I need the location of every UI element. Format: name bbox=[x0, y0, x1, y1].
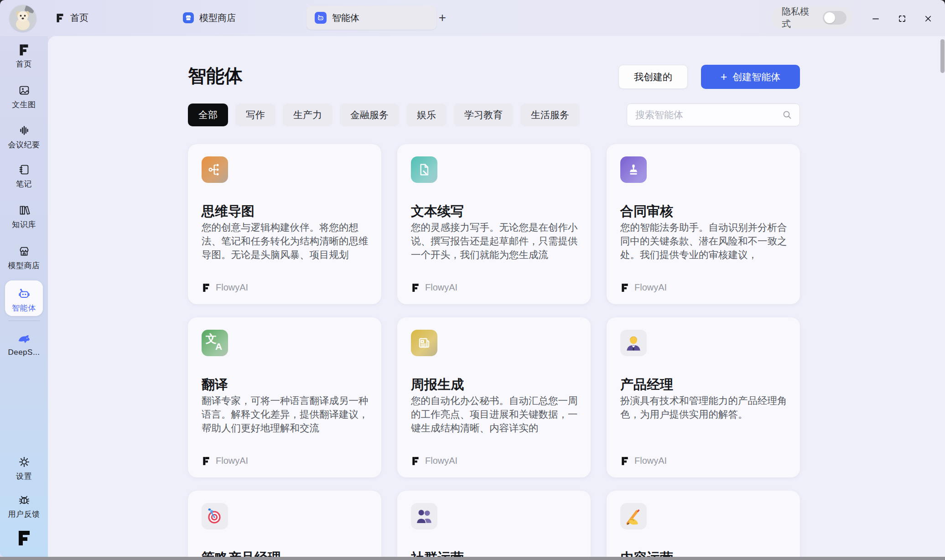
toggle-knob bbox=[824, 12, 835, 23]
sidebar-item-settings[interactable]: 设置 bbox=[0, 455, 48, 482]
category-all[interactable]: 全部 bbox=[188, 104, 228, 126]
category-education[interactable]: 学习教育 bbox=[454, 104, 513, 126]
category-entertainment[interactable]: 娱乐 bbox=[406, 104, 447, 126]
tab-home[interactable]: 首页 bbox=[47, 6, 97, 30]
page-title: 智能体 bbox=[188, 63, 243, 88]
new-tab-button[interactable]: + bbox=[432, 6, 452, 30]
flowyai-logo-icon bbox=[620, 283, 629, 292]
agent-card-translate[interactable]: 文 A 翻译 翻译专家，可将一种语言翻译成另一种语言。解释文化差异，提供翻译建议… bbox=[188, 317, 381, 477]
agent-card-desc: 扮演具有技术和管理能力的产品经理角色，为用户提供实用的解答。 bbox=[620, 394, 787, 421]
agent-card-footer: FlowyAI bbox=[620, 456, 667, 466]
agent-card-desc: 您的灵感接力写手。无论您是在创作小说、撰写报告还是起草邮件，只需提供一个开头，我… bbox=[411, 221, 578, 262]
sidebar-item-label: 智能体 bbox=[0, 303, 48, 313]
sidebar-item-model-store[interactable]: 模型商店 bbox=[0, 244, 48, 271]
close-icon bbox=[924, 13, 932, 24]
agent-card-title: 思维导图 bbox=[202, 202, 254, 221]
stamp-icon bbox=[620, 156, 647, 183]
agent-card-title: 文本续写 bbox=[411, 202, 464, 221]
sidebar-item-label: 文生图 bbox=[0, 99, 48, 110]
agent-card-content-ops[interactable]: 内容运营 FlowyAI bbox=[607, 491, 800, 560]
category-productivity[interactable]: 生产力 bbox=[283, 104, 332, 126]
flowyai-logo-icon bbox=[202, 456, 211, 466]
sidebar-item-text-to-image[interactable]: 文生图 bbox=[0, 83, 48, 110]
user-avatar[interactable] bbox=[10, 5, 36, 31]
translate-icon-latin: A bbox=[215, 342, 222, 351]
bug-icon bbox=[0, 493, 48, 507]
flowyai-logo-icon bbox=[202, 283, 211, 292]
sidebar-item-home[interactable]: 首页 bbox=[0, 42, 48, 69]
mindmap-icon bbox=[202, 156, 228, 183]
agent-card-footer: FlowyAI bbox=[620, 282, 667, 293]
sidebar-item-feedback[interactable]: 用户反馈 bbox=[0, 493, 48, 519]
tab-label: 首页 bbox=[70, 12, 88, 24]
books-icon bbox=[0, 203, 48, 218]
agent-card-footer: FlowyAI bbox=[202, 456, 248, 466]
agent-card-footer: FlowyAI bbox=[202, 282, 248, 293]
store-icon bbox=[183, 12, 194, 23]
sidebar-item-label: 知识库 bbox=[0, 219, 48, 230]
my-created-button[interactable]: 我创建的 bbox=[618, 65, 688, 89]
agent-card-grid: 思维导图 您的创意与逻辑构建伙伴。将您的想法、笔记和任务转化为结构清晰的思维导图… bbox=[188, 144, 800, 560]
publisher-label: FlowyAI bbox=[216, 456, 248, 466]
sidebar-item-agents[interactable]: 智能体 bbox=[0, 286, 48, 313]
tab-label: 模型商店 bbox=[199, 12, 236, 24]
publisher-label: FlowyAI bbox=[425, 456, 457, 466]
agent-card-title: 合同审核 bbox=[620, 202, 673, 221]
agent-card-footer: FlowyAI bbox=[411, 456, 457, 466]
agent-card-strategy-pm[interactable]: 策略产品经理 FlowyAI bbox=[188, 491, 381, 560]
close-button[interactable] bbox=[921, 12, 935, 26]
publisher-label: FlowyAI bbox=[634, 282, 667, 293]
tab-agents[interactable]: 智能体 bbox=[306, 6, 436, 30]
sidebar: 首页 文生图 会议纪要 笔记 bbox=[0, 36, 48, 557]
tab-label: 智能体 bbox=[332, 12, 359, 24]
sidebar-item-label: DeepS... bbox=[0, 348, 48, 357]
minimize-icon bbox=[872, 13, 880, 24]
agent-card-title: 周报生成 bbox=[411, 376, 464, 394]
sidebar-item-knowledge-base[interactable]: 知识库 bbox=[0, 203, 48, 230]
agent-card-product-manager[interactable]: 产品经理 扮演具有技术和管理能力的产品经理角色，为用户提供实用的解答。 Flow… bbox=[607, 317, 800, 477]
agent-card-desc: 您的自动化办公秘书。自动汇总您一周的工作亮点、项目进展和关键数据，一键生成结构清… bbox=[411, 394, 578, 435]
agent-card-text-continue[interactable]: 文本续写 您的灵感接力写手。无论您是在创作小说、撰写报告还是起草邮件，只需提供一… bbox=[397, 144, 591, 304]
main-content: 智能体 我创建的 + 创建智能体 全部 写作 生产力 金融服务 娱乐 学习教育 … bbox=[48, 36, 945, 560]
vertical-scrollbar-thumb[interactable] bbox=[940, 39, 945, 73]
category-writing[interactable]: 写作 bbox=[235, 104, 275, 126]
flowy-logo-icon bbox=[0, 42, 48, 57]
create-agent-button[interactable]: + 创建智能体 bbox=[701, 65, 800, 89]
publisher-label: FlowyAI bbox=[634, 456, 667, 466]
search-box bbox=[627, 104, 800, 126]
people-icon bbox=[411, 503, 437, 529]
category-filter-bar: 全部 写作 生产力 金融服务 娱乐 学习教育 生活服务 bbox=[188, 104, 580, 126]
newspaper-icon bbox=[411, 330, 437, 356]
maximize-button[interactable] bbox=[895, 12, 909, 26]
minimize-button[interactable] bbox=[869, 12, 883, 26]
sidebar-item-deepseek[interactable]: DeepS... bbox=[0, 332, 48, 357]
privacy-toggle[interactable] bbox=[823, 11, 846, 25]
agent-card-community-ops[interactable]: 社群运营 FlowyAI bbox=[397, 491, 591, 560]
sidebar-divider bbox=[8, 321, 40, 321]
category-life-services[interactable]: 生活服务 bbox=[520, 104, 580, 126]
search-input[interactable] bbox=[634, 109, 782, 121]
sidebar-item-label: 模型商店 bbox=[0, 260, 48, 271]
whale-icon bbox=[0, 332, 48, 346]
agent-card-mindmap[interactable]: 思维导图 您的创意与逻辑构建伙伴。将您的想法、笔记和任务转化为结构清晰的思维导图… bbox=[188, 144, 381, 304]
search-icon bbox=[782, 110, 792, 120]
tab-model-store[interactable]: 模型商店 bbox=[175, 6, 244, 30]
flowy-logo-icon bbox=[55, 13, 65, 23]
topbar: 首页 模型商店 bbox=[0, 0, 945, 36]
horizontal-scrollbar[interactable] bbox=[0, 557, 945, 560]
category-finance[interactable]: 金融服务 bbox=[340, 104, 399, 126]
sidebar-item-meeting-notes[interactable]: 会议纪要 bbox=[0, 123, 48, 150]
agent-card-desc: 翻译专家，可将一种语言翻译成另一种语言。解释文化差异，提供翻译建议，帮助人们更好… bbox=[202, 394, 369, 435]
flowyai-logo-icon bbox=[620, 456, 629, 466]
publisher-label: FlowyAI bbox=[425, 282, 457, 293]
sidebar-item-notes[interactable]: 笔记 bbox=[0, 162, 48, 189]
robot-icon bbox=[0, 286, 48, 301]
agent-card-desc: 您的智能法务助手。自动识别并分析合同中的关键条款、潜在风险和不一致之处。我们提供… bbox=[620, 221, 787, 262]
agent-card-contract-review[interactable]: 合同审核 您的智能法务助手。自动识别并分析合同中的关键条款、潜在风险和不一致之处… bbox=[607, 144, 800, 304]
agent-card-weekly-report[interactable]: 周报生成 您的自动化办公秘书。自动汇总您一周的工作亮点、项目进展和关键数据，一键… bbox=[397, 317, 591, 477]
gear-icon bbox=[0, 455, 48, 469]
app-window: 首页 模型商店 bbox=[0, 0, 945, 560]
notebook-icon bbox=[0, 162, 48, 177]
maximize-icon bbox=[898, 13, 906, 24]
privacy-mode-pill: 隐私模式 bbox=[772, 7, 852, 29]
